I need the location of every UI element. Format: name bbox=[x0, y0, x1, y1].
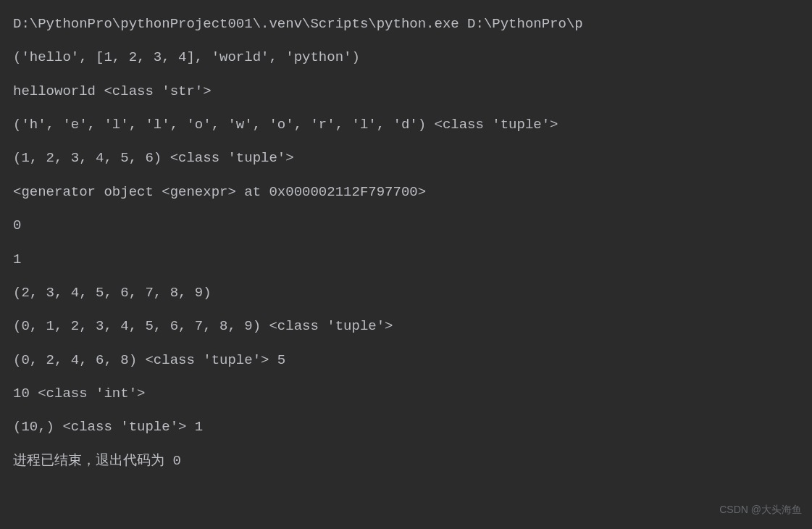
console-line: (10,) <class 'tuple'> 1 bbox=[13, 410, 812, 443]
console-line: helloworld <class 'str'> bbox=[13, 75, 812, 108]
console-line: 10 <class 'int'> bbox=[13, 377, 812, 410]
console-line: ('h', 'e', 'l', 'l', 'o', 'w', 'o', 'r',… bbox=[13, 108, 812, 141]
console-line: 1 bbox=[13, 243, 812, 276]
console-line: 进程已结束，退出代码为 0 bbox=[13, 444, 812, 478]
console-line: (1, 2, 3, 4, 5, 6) <class 'tuple'> bbox=[13, 141, 812, 175]
console-line: (0, 1, 2, 3, 4, 5, 6, 7, 8, 9) <class 't… bbox=[13, 309, 812, 343]
console-line: <generator object <genexpr> at 0x0000021… bbox=[13, 175, 812, 209]
console-output: D:\PythonPro\pythonProject001\.venv\Scri… bbox=[13, 7, 812, 478]
console-line: 0 bbox=[13, 209, 812, 242]
console-line: (2, 3, 4, 5, 6, 7, 8, 9) bbox=[13, 276, 812, 309]
watermark: CSDN @大头海鱼 bbox=[719, 497, 802, 522]
console-line: (0, 2, 4, 6, 8) <class 'tuple'> 5 bbox=[13, 343, 812, 377]
console-line: ('hello', [1, 2, 3, 4], 'world', 'python… bbox=[13, 41, 812, 74]
console-line: D:\PythonPro\pythonProject001\.venv\Scri… bbox=[13, 7, 812, 41]
